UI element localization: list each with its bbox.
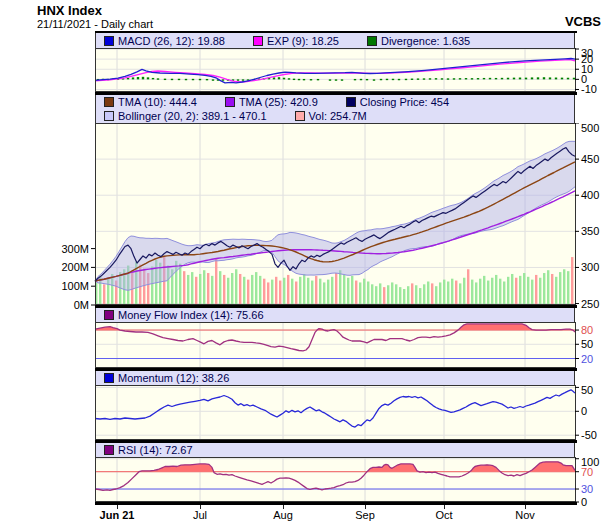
y-tick-label: 400 (581, 189, 599, 201)
volume-bar (215, 258, 217, 305)
volume-bar (451, 279, 453, 305)
volume-bar (331, 277, 333, 305)
divergence-bars (354, 79, 356, 80)
volume-bar (507, 277, 509, 305)
volume-bar (431, 283, 433, 305)
volume-bar (515, 278, 517, 305)
divergence-bars (278, 77, 280, 79)
volume-bar (343, 275, 345, 305)
volume-bar (563, 269, 565, 305)
volume-bar (227, 278, 229, 305)
volume-bar (279, 281, 281, 305)
volume-bar (319, 279, 321, 305)
divergence-bars (185, 79, 187, 80)
divergence-bars (288, 78, 290, 79)
divergence-bars (317, 79, 319, 80)
exp-color-swatch (253, 36, 263, 46)
macd-legend: MACD (26, 12): 19.88 EXP (9): 18.25 Dive… (95, 33, 575, 48)
divergence-bars (417, 78, 419, 79)
divergence-bars (303, 79, 305, 80)
volume-bar (203, 270, 205, 305)
volume-bar (467, 269, 469, 305)
volume-bar (199, 274, 201, 305)
volume-bar (379, 283, 381, 305)
x-tick-mark (283, 505, 284, 509)
price-legend-row2: Bollinger (20, 2): 389.1 - 470.1 Vol: 25… (95, 109, 575, 123)
divergence-bars (192, 79, 194, 80)
divergence-bars (142, 77, 144, 80)
divergence-bars (531, 77, 533, 79)
volume-bar (555, 277, 557, 305)
divergence-bars (206, 79, 208, 80)
volume-bar (207, 273, 209, 305)
divergence-bars (398, 79, 400, 80)
volume-bar (367, 281, 369, 305)
x-axis-label: Aug (273, 509, 293, 521)
volume-bar (435, 286, 437, 305)
divergence-bars (164, 79, 166, 80)
divergence-bars (273, 77, 275, 79)
divergence-bars (555, 78, 557, 80)
volume-bar (255, 272, 257, 305)
divergence-bars (483, 78, 485, 79)
y-tick-label: 0 (581, 405, 587, 417)
divergence-bars (465, 78, 467, 79)
y-tick-label: 80 (581, 324, 593, 336)
divergence-bars (447, 78, 449, 79)
volume-bar (519, 276, 521, 305)
volume-bar (283, 278, 285, 305)
y-tick-label: 70 (581, 466, 593, 478)
volume-bar (299, 277, 301, 305)
x-axis-label: Jul (193, 509, 207, 521)
divergence-bars (373, 79, 375, 80)
x-tick-mark (200, 505, 201, 509)
volume-bar (179, 264, 181, 305)
rsi-plot: 10070300 (0, 457, 609, 509)
volume-bar (243, 277, 245, 305)
momentum-plot: 500-50 (0, 385, 609, 447)
divergence-color-swatch (367, 36, 377, 46)
volume-bar (503, 281, 505, 305)
volume-bar (383, 287, 385, 305)
divergence-bars (298, 79, 300, 80)
volume-bar (459, 283, 461, 305)
volume-bar (423, 284, 425, 305)
divergence-bars (132, 77, 134, 79)
y-tick-label: 50 (581, 385, 593, 396)
divergence-bars (329, 79, 331, 80)
volume-bar (559, 272, 561, 305)
y-tick-label: -50 (581, 429, 597, 441)
bollinger-color-swatch (104, 111, 114, 121)
divergence-bars (429, 78, 431, 79)
divergence-bars (178, 79, 180, 80)
divergence-bars (573, 78, 575, 80)
chart-subtitle: 21/11/2021 - Daily chart (37, 18, 153, 30)
divergence-bars (549, 77, 551, 79)
volume-bar (275, 277, 277, 305)
volume-bar (443, 280, 445, 305)
chart-window: HNX Index 21/11/2021 - Daily chart VCBS … (0, 0, 609, 528)
volume-axis-label: 100M (61, 280, 89, 292)
divergence-bars (405, 79, 407, 80)
divergence-bars (212, 79, 214, 80)
divergence-bars (459, 78, 461, 79)
volume-bar (335, 273, 337, 305)
volume-bar (487, 281, 489, 305)
price-plot: 300M200M100M0M500450400350300250 (0, 123, 609, 312)
bollinger-legend-label: Bollinger (20, 2): 389.1 - 470.1 (118, 110, 267, 122)
y-tick-label: 250 (581, 298, 599, 310)
volume-bar (543, 273, 545, 305)
brand-logo: VCBS (565, 14, 601, 29)
divergence-bars (157, 78, 159, 79)
volume-bar (399, 287, 401, 305)
volume-bar (347, 278, 349, 305)
y-tick-label: 500 (581, 123, 599, 134)
divergence-bars (513, 78, 515, 80)
volume-bar (351, 276, 353, 305)
volume-bar (571, 257, 573, 305)
x-tick-mark (525, 505, 526, 509)
x-tick-mark (117, 505, 118, 509)
x-axis-label: Jun 21 (100, 509, 135, 521)
divergence-bars (293, 79, 295, 80)
volume-bar (483, 276, 485, 305)
